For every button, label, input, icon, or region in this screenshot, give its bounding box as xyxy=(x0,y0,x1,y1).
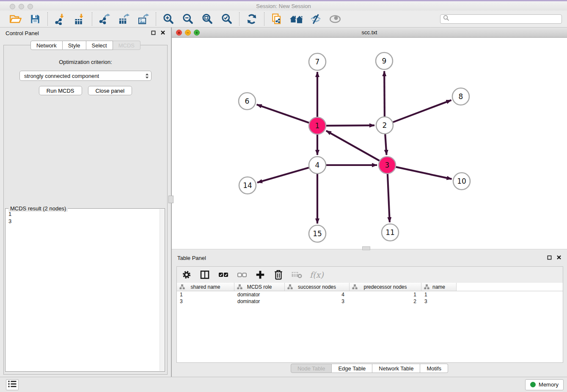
table-panel-close-icon[interactable] xyxy=(556,255,561,261)
table-cell[interactable]: 1 xyxy=(350,291,421,298)
column-header-shared-name[interactable]: shared name xyxy=(177,283,234,291)
column-header-name[interactable]: name xyxy=(421,283,457,291)
node-7[interactable]: 7 xyxy=(309,53,326,70)
node-label: 3 xyxy=(385,161,390,169)
node-6[interactable]: 6 xyxy=(239,93,256,110)
network-window-maximize-icon[interactable]: + xyxy=(194,30,200,36)
network-window-minimize-icon[interactable]: − xyxy=(185,30,191,36)
clone-network-icon[interactable] xyxy=(270,12,284,26)
table-cell[interactable]: 3 xyxy=(285,298,350,305)
edge-3-1[interactable] xyxy=(326,131,380,161)
toolbar-groups xyxy=(3,12,347,26)
control-panel: Control Panel NetworkStyleSelectMCDS Opt… xyxy=(0,28,171,377)
table-cell[interactable]: 3 xyxy=(177,298,234,305)
export-network-icon[interactable] xyxy=(97,12,112,26)
import-table-icon[interactable] xyxy=(72,12,87,26)
tab-network-table[interactable]: Network Table xyxy=(372,364,420,373)
table-cell[interactable]: 2 xyxy=(350,298,421,305)
import-network-icon[interactable] xyxy=(53,12,67,26)
application-window: Session: New Session Control Panel Netwo… xyxy=(0,0,567,392)
mcds-result-scrollbar[interactable] xyxy=(160,209,164,371)
column-browser-icon[interactable] xyxy=(199,268,210,281)
table-panel-float-icon[interactable] xyxy=(547,255,552,261)
select-all-rows-icon[interactable] xyxy=(217,268,229,281)
zoom-out-icon[interactable] xyxy=(181,12,195,26)
run-mcds-button[interactable]: Run MCDS xyxy=(39,86,82,95)
memory-button[interactable]: Memory xyxy=(525,379,564,390)
table-toolbar: f(x) xyxy=(176,266,563,283)
tree-icon xyxy=(287,284,293,291)
column-header-label: predecessor nodes xyxy=(363,284,407,290)
node-8[interactable]: 8 xyxy=(452,88,469,105)
node-label: 6 xyxy=(245,97,250,105)
hide-panels-icon[interactable] xyxy=(308,12,323,26)
close-panel-button[interactable]: Close panel xyxy=(88,86,132,95)
control-panel-float-icon[interactable] xyxy=(151,30,156,36)
node-11[interactable]: 11 xyxy=(382,224,399,241)
table-cell[interactable]: 4 xyxy=(285,291,350,298)
column-header-MCDS-role[interactable]: MCDS role xyxy=(234,283,285,291)
edge-1-6[interactable] xyxy=(257,105,309,123)
task-history-button[interactable] xyxy=(6,379,19,390)
open-session-icon[interactable] xyxy=(8,12,23,26)
edge-1-2[interactable] xyxy=(326,125,374,126)
edge-2-8[interactable] xyxy=(393,100,451,122)
control-panel-close-icon[interactable] xyxy=(160,30,165,36)
tab-style[interactable]: Style xyxy=(63,41,86,50)
edge-3-10[interactable] xyxy=(396,167,452,179)
edge-2-9[interactable] xyxy=(384,71,385,116)
optimization-criterion-label: Optimization criterion: xyxy=(4,59,167,65)
table-cell[interactable]: 1 xyxy=(177,291,234,298)
node-4[interactable]: 4 xyxy=(309,157,326,174)
node-3[interactable]: 3 xyxy=(379,157,396,174)
splitter-handle-vertical[interactable] xyxy=(168,196,173,203)
export-image-icon[interactable] xyxy=(136,12,151,26)
export-table-icon[interactable] xyxy=(117,12,131,26)
column-header-successor-nodes[interactable]: successor nodes xyxy=(285,283,350,291)
table-cell[interactable]: dominator xyxy=(234,298,285,305)
tab-select[interactable]: Select xyxy=(86,41,113,50)
tab-motifs[interactable]: Motifs xyxy=(420,364,448,373)
tab-mcds[interactable]: MCDS xyxy=(113,41,140,50)
node-label: 9 xyxy=(382,57,387,65)
node-9[interactable]: 9 xyxy=(376,52,393,69)
tab-edge-table[interactable]: Edge Table xyxy=(332,364,372,373)
node-14[interactable]: 14 xyxy=(239,177,256,194)
table-row[interactable]: 1dominator411 xyxy=(177,291,563,298)
table-row[interactable]: 3dominator323 xyxy=(177,298,563,305)
edge-4-14[interactable] xyxy=(257,168,309,182)
tab-network[interactable]: Network xyxy=(30,41,63,50)
zoom-fit-icon[interactable] xyxy=(200,12,215,26)
table-cell[interactable]: 3 xyxy=(421,298,457,305)
show-all-panels-icon[interactable] xyxy=(289,12,303,26)
table-cell[interactable]: 1 xyxy=(421,291,457,298)
edge-3-11[interactable] xyxy=(388,174,390,222)
search-box[interactable] xyxy=(440,14,562,24)
refresh-network-icon[interactable] xyxy=(245,12,259,26)
network-window-close-icon[interactable]: ✕ xyxy=(176,30,182,36)
optimization-criterion-select[interactable]: strongly connected component xyxy=(19,71,151,81)
edge-2-3[interactable] xyxy=(385,134,386,155)
tab-node-table[interactable]: Node Table xyxy=(291,364,332,373)
zoom-in-icon[interactable] xyxy=(161,12,176,26)
node-1[interactable]: 1 xyxy=(309,117,326,134)
column-header-predecessor-nodes[interactable]: predecessor nodes xyxy=(350,283,421,291)
node-2[interactable]: 2 xyxy=(376,117,393,134)
node-10[interactable]: 10 xyxy=(453,173,470,190)
delete-column-icon[interactable] xyxy=(273,268,284,281)
add-column-icon[interactable] xyxy=(255,268,266,281)
mcds-result-list[interactable]: 13 xyxy=(6,210,160,371)
splitter-handle-horizontal[interactable] xyxy=(362,246,370,250)
node-label: 7 xyxy=(315,58,320,66)
save-session-icon[interactable] xyxy=(28,12,42,26)
zoom-selected-icon[interactable] xyxy=(220,12,234,26)
search-input[interactable] xyxy=(451,16,559,22)
preview-eye-icon xyxy=(328,12,342,26)
node-label: 1 xyxy=(315,121,320,130)
network-canvas[interactable]: 7968124314101511 xyxy=(172,38,567,249)
network-window-titlebar[interactable]: ✕ − + scc.txt xyxy=(172,28,567,38)
deselect-all-rows-icon[interactable] xyxy=(237,268,248,281)
table-cell[interactable]: dominator xyxy=(234,291,285,298)
column-settings-icon[interactable] xyxy=(181,268,192,281)
node-15[interactable]: 15 xyxy=(309,225,326,242)
